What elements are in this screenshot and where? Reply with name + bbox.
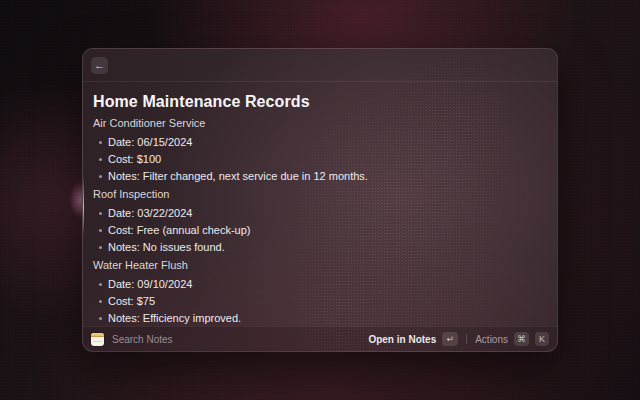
footer-actions: Open in Notes ↵ Actions ⌘ K: [368, 332, 549, 346]
actions-button[interactable]: Actions: [475, 334, 508, 345]
cmd-key-icon: ⌘: [514, 332, 529, 346]
search-placeholder: Search Notes: [112, 334, 173, 345]
bullet-item: Notes: Filter changed, next service due …: [108, 168, 541, 185]
window-header: ←: [83, 49, 557, 82]
search-notes-field[interactable]: Search Notes: [91, 333, 368, 346]
bullet-item: Notes: Efficiency improved.: [108, 310, 541, 326]
section-title: Air Conditioner Service: [93, 116, 541, 130]
launcher-window: ← Home Maintenance Records Air Condition…: [82, 48, 558, 352]
open-in-notes-button[interactable]: Open in Notes: [368, 334, 436, 345]
note-title: Home Maintenance Records: [93, 92, 541, 112]
back-arrow-icon: ←: [94, 57, 105, 74]
k-key-icon: K: [535, 332, 549, 346]
bullet-item: Cost: Free (annual check-up): [108, 222, 541, 239]
footer-divider: [466, 334, 467, 344]
bullet-list: Date: 03/22/2024Cost: Free (annual check…: [93, 205, 541, 256]
notes-app-icon: [91, 333, 104, 346]
section-title: Water Heater Flush: [93, 258, 541, 272]
return-key-icon: ↵: [442, 332, 458, 346]
bullet-item: Date: 09/10/2024: [108, 276, 541, 293]
note-sections: Air Conditioner ServiceDate: 06/15/2024C…: [93, 116, 541, 326]
bullet-item: Cost: $100: [108, 151, 541, 168]
note-content: Home Maintenance Records Air Conditioner…: [83, 82, 557, 326]
bullet-list: Date: 06/15/2024Cost: $100Notes: Filter …: [93, 134, 541, 185]
section-title: Roof Inspection: [93, 187, 541, 201]
bullet-item: Cost: $75: [108, 293, 541, 310]
bullet-item: Date: 03/22/2024: [108, 205, 541, 222]
footer-action-bar: Search Notes Open in Notes ↵ Actions ⌘ K: [83, 326, 557, 351]
bullet-item: Notes: No issues found.: [108, 239, 541, 256]
bullet-list: Date: 09/10/2024Cost: $75Notes: Efficien…: [93, 276, 541, 326]
desktop-background: ← Home Maintenance Records Air Condition…: [0, 0, 640, 400]
back-button[interactable]: ←: [91, 57, 108, 74]
bullet-item: Date: 06/15/2024: [108, 134, 541, 151]
